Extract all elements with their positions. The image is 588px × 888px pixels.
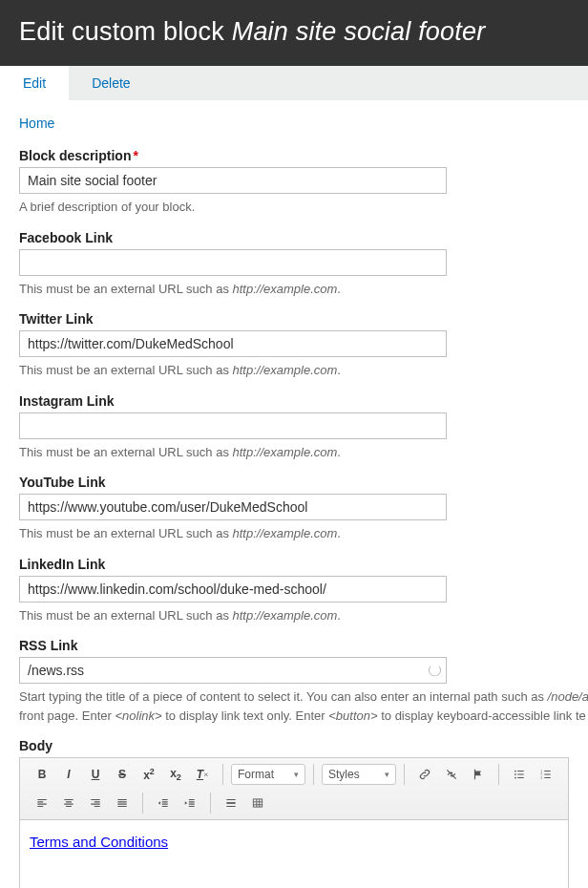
tabs-bar: Edit Delete (0, 66, 588, 100)
svg-point-2 (514, 777, 516, 779)
align-left-button[interactable] (30, 791, 54, 815)
facebook-help: This must be an external URL such as htt… (19, 280, 569, 299)
tab-delete[interactable]: Delete (69, 66, 153, 100)
instagram-label: Instagram Link (19, 393, 569, 409)
page-title-prefix: Edit custom block (19, 17, 232, 46)
strikethrough-button[interactable]: S (110, 762, 135, 787)
toolbar-separator (404, 764, 405, 785)
unlink-icon (445, 768, 458, 781)
rss-autocomplete-wrap (19, 657, 447, 684)
link-button[interactable] (412, 762, 437, 787)
required-marker: * (133, 148, 137, 163)
list-bullet-icon (513, 768, 526, 781)
field-block-description: Block description* A brief description o… (19, 148, 569, 217)
svg-point-1 (514, 773, 516, 775)
svg-point-0 (514, 771, 516, 772)
toolbar-separator (313, 764, 314, 785)
youtube-help: This must be an external URL such as htt… (19, 524, 569, 543)
indent-icon (183, 796, 197, 810)
youtube-label: YouTube Link (19, 475, 569, 490)
twitter-label: Twitter Link (19, 311, 569, 327)
chevron-down-icon: ▾ (294, 770, 299, 779)
instagram-input[interactable] (19, 412, 447, 439)
toolbar-separator (222, 764, 223, 785)
superscript-button[interactable]: x2 (136, 762, 161, 787)
styles-dropdown[interactable]: Styles▾ (322, 764, 396, 785)
toolbar-separator (142, 793, 143, 814)
underline-button[interactable]: U (83, 762, 108, 787)
wysiwyg-editor: B I U S x2 x2 T× Format▾ (19, 757, 569, 888)
outdent-icon (157, 796, 170, 810)
link-icon (418, 768, 431, 781)
field-linkedin: LinkedIn Link This must be an external U… (19, 557, 569, 625)
italic-button[interactable]: I (56, 762, 81, 787)
svg-text:3: 3 (540, 776, 542, 780)
hr-button[interactable] (219, 791, 243, 815)
toolbar-separator (210, 793, 211, 814)
editor-body[interactable]: Terms and Conditions (20, 820, 568, 888)
autocomplete-spinner-icon (429, 665, 441, 677)
align-justify-button[interactable] (110, 791, 135, 815)
bold-button[interactable]: B (30, 762, 54, 787)
tab-edit[interactable]: Edit (0, 66, 69, 100)
page-header: Edit custom block Main site social foote… (0, 0, 588, 66)
body-link[interactable]: Terms and Conditions (30, 834, 168, 850)
rss-help-2: front page. Enter <nolink> to display li… (19, 707, 569, 726)
toolbar-separator (498, 764, 499, 785)
numbered-list-button[interactable]: 123 (534, 762, 558, 787)
align-center-icon (62, 796, 75, 810)
hr-icon (224, 796, 238, 810)
linkedin-help: This must be an external URL such as htt… (19, 606, 569, 625)
twitter-help: This must be an external URL such as htt… (19, 361, 569, 380)
instagram-help: This must be an external URL such as htt… (19, 443, 569, 462)
svg-rect-6 (253, 799, 262, 807)
youtube-input[interactable] (19, 494, 447, 520)
form-content: Home Block description* A brief descript… (0, 100, 588, 888)
table-icon (251, 796, 264, 810)
table-button[interactable] (245, 791, 270, 815)
page-title-name: Main site social footer (232, 17, 486, 46)
chevron-down-icon: ▾ (385, 770, 389, 779)
page-title: Edit custom block Main site social foote… (19, 17, 569, 47)
facebook-input[interactable] (19, 249, 447, 276)
linkedin-input[interactable] (19, 576, 447, 603)
subscript-button[interactable]: x2 (163, 762, 188, 787)
align-left-icon (35, 796, 49, 810)
field-facebook: Facebook Link This must be an external U… (19, 230, 569, 299)
facebook-label: Facebook Link (19, 230, 569, 245)
list-number-icon: 123 (539, 768, 553, 781)
rss-input[interactable] (19, 657, 447, 684)
twitter-input[interactable] (19, 330, 447, 357)
breadcrumb-home[interactable]: Home (19, 116, 54, 131)
block-description-help: A brief description of your block. (19, 198, 569, 217)
field-instagram: Instagram Link This must be an external … (19, 393, 569, 462)
align-center-button[interactable] (56, 791, 81, 815)
flag-icon (472, 768, 485, 781)
outdent-button[interactable] (151, 791, 176, 815)
unlink-button[interactable] (439, 762, 464, 787)
block-description-label: Block description* (19, 148, 569, 163)
align-right-button[interactable] (83, 791, 108, 815)
toolbar-row-1: B I U S x2 x2 T× Format▾ (26, 762, 562, 787)
linkedin-label: LinkedIn Link (19, 557, 569, 572)
remove-format-button[interactable]: T× (190, 762, 215, 787)
rss-label: RSS Link (19, 638, 569, 653)
bulleted-list-button[interactable] (507, 762, 532, 787)
indent-button[interactable] (178, 791, 202, 815)
block-description-input[interactable] (19, 167, 447, 194)
anchor-button[interactable] (466, 762, 491, 787)
breadcrumb: Home (19, 116, 569, 131)
rss-help: Start typing the title of a piece of con… (19, 687, 569, 707)
align-right-icon (89, 796, 102, 810)
toolbar-row-2 (26, 791, 562, 815)
field-rss: RSS Link Start typing the title of a pie… (19, 638, 569, 725)
body-label: Body (19, 738, 569, 753)
field-youtube: YouTube Link This must be an external UR… (19, 475, 569, 543)
editor-toolbar: B I U S x2 x2 T× Format▾ (20, 758, 568, 820)
align-justify-icon (116, 796, 129, 810)
format-dropdown[interactable]: Format▾ (231, 764, 305, 785)
field-twitter: Twitter Link This must be an external UR… (19, 311, 569, 380)
field-body: Body B I U S x2 x2 T× Fo (19, 738, 569, 888)
